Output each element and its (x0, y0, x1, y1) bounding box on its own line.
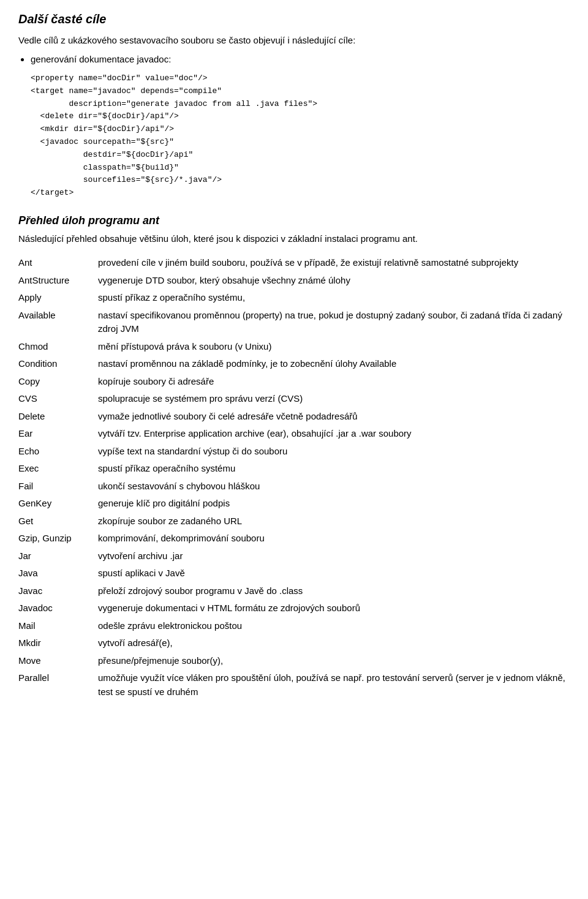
table-row: Javaspustí aplikaci v Javě (18, 565, 570, 582)
task-name: Apply (18, 289, 98, 307)
task-description: spustí příkaz z operačního systému, (98, 289, 570, 307)
task-description: spustí aplikaci v Javě (98, 565, 570, 582)
desc-paragraph: Následující přehled obsahuje většinu úlo… (18, 232, 570, 246)
bullet-item-1: generování dokumentace javadoc: (31, 53, 570, 67)
task-name: Ant (18, 254, 98, 272)
task-name: Condition (18, 355, 98, 373)
task-description: vygeneruje dokumentaci v HTML formátu ze… (98, 600, 570, 617)
heading2: Přehled úloh programu ant (18, 214, 570, 227)
code-content: <property name="docDir" value="doc"/> <t… (31, 72, 570, 200)
tasks-table: Antprovedení cíle v jiném build souboru,… (18, 254, 570, 701)
task-description: vymaže jednotlivé soubory či celé adresá… (98, 408, 570, 426)
table-row: CVSspolupracuje se systémem pro správu v… (18, 390, 570, 408)
table-row: AntStructurevygeneruje DTD soubor, který… (18, 272, 570, 290)
code-block: <property name="docDir" value="doc"/> <t… (31, 72, 570, 200)
task-description: provedení cíle v jiném build souboru, po… (98, 254, 570, 272)
table-row: Gzip, Gunzipkomprimování, dekomprimování… (18, 530, 570, 547)
task-description: vypíše text na standardní výstup či do s… (98, 443, 570, 461)
task-description: spolupracuje se systémem pro správu verz… (98, 390, 570, 408)
table-row: Earvytváří tzv. Enterprise application a… (18, 425, 570, 443)
task-name: Available (18, 307, 98, 338)
task-description: spustí příkaz operačního systému (98, 460, 570, 478)
task-description: ukončí sestavování s chybovou hláškou (98, 478, 570, 495)
task-name: Move (18, 652, 98, 670)
table-row: Mkdirvytvoří adresář(e), (18, 634, 570, 652)
task-description: nastaví specifikovanou proměnnou (proper… (98, 307, 570, 338)
task-name: Jar (18, 547, 98, 565)
table-row: Mailodešle zprávu elektronickou poštou (18, 617, 570, 635)
task-name: Delete (18, 408, 98, 426)
task-description: přesune/přejmenuje soubor(y), (98, 652, 570, 670)
task-description: generuje klíč pro digitální podpis (98, 495, 570, 513)
bullet-list: generování dokumentace javadoc: (31, 53, 570, 67)
task-name: Echo (18, 443, 98, 461)
table-row: Failukončí sestavování s chybovou hláško… (18, 478, 570, 495)
task-description: komprimování, dekomprimování souboru (98, 530, 570, 547)
table-row: Deletevymaže jednotlivé soubory či celé … (18, 408, 570, 426)
task-name: Get (18, 513, 98, 530)
task-name: AntStructure (18, 272, 98, 290)
task-description: kopíruje soubory či adresáře (98, 373, 570, 391)
task-name: Exec (18, 460, 98, 478)
task-name: GenKey (18, 495, 98, 513)
table-row: Conditionnastaví proměnnou na základě po… (18, 355, 570, 373)
table-row: Parallelumožňuje využít více vláken pro … (18, 669, 570, 701)
task-description: mění přístupová práva k souboru (v Unixu… (98, 338, 570, 356)
task-name: Javac (18, 582, 98, 600)
task-name: CVS (18, 390, 98, 408)
task-name: Mail (18, 617, 98, 635)
table-row: Javacpřeloží zdrojový soubor programu v … (18, 582, 570, 600)
task-name: Parallel (18, 669, 98, 701)
task-description: zkopíruje soubor ze zadaného URL (98, 513, 570, 530)
task-description: odešle zprávu elektronickou poštou (98, 617, 570, 635)
task-description: vytvoření archivu .jar (98, 547, 570, 565)
heading1: Další časté cíle (18, 12, 570, 26)
task-description: vytváří tzv. Enterprise application arch… (98, 425, 570, 443)
intro-paragraph: Vedle cílů z ukázkového sestavovacího so… (18, 34, 570, 48)
table-row: Javadocvygeneruje dokumentaci v HTML for… (18, 600, 570, 617)
table-row: Copykopíruje soubory či adresáře (18, 373, 570, 391)
table-row: Availablenastaví specifikovanou proměnno… (18, 307, 570, 338)
task-description: vytvoří adresář(e), (98, 634, 570, 652)
table-row: Applyspustí příkaz z operačního systému, (18, 289, 570, 307)
task-name: Mkdir (18, 634, 98, 652)
task-description: vygeneruje DTD soubor, který obsahuje vš… (98, 272, 570, 290)
task-name: Java (18, 565, 98, 582)
table-row: GenKeygeneruje klíč pro digitální podpis (18, 495, 570, 513)
table-row: Antprovedení cíle v jiném build souboru,… (18, 254, 570, 272)
task-name: Fail (18, 478, 98, 495)
table-row: Chmodmění přístupová práva k souboru (v … (18, 338, 570, 356)
task-name: Copy (18, 373, 98, 391)
task-name: Ear (18, 425, 98, 443)
task-description: umožňuje využít více vláken pro spouštěn… (98, 669, 570, 701)
table-row: Getzkopíruje soubor ze zadaného URL (18, 513, 570, 530)
task-description: nastaví proměnnou na základě podmínky, j… (98, 355, 570, 373)
task-name: Chmod (18, 338, 98, 356)
task-name: Gzip, Gunzip (18, 530, 98, 547)
task-description: přeloží zdrojový soubor programu v Javě … (98, 582, 570, 600)
table-row: Movepřesune/přejmenuje soubor(y), (18, 652, 570, 670)
table-row: Echovypíše text na standardní výstup či … (18, 443, 570, 461)
task-name: Javadoc (18, 600, 98, 617)
table-row: Jarvytvoření archivu .jar (18, 547, 570, 565)
table-row: Execspustí příkaz operačního systému (18, 460, 570, 478)
